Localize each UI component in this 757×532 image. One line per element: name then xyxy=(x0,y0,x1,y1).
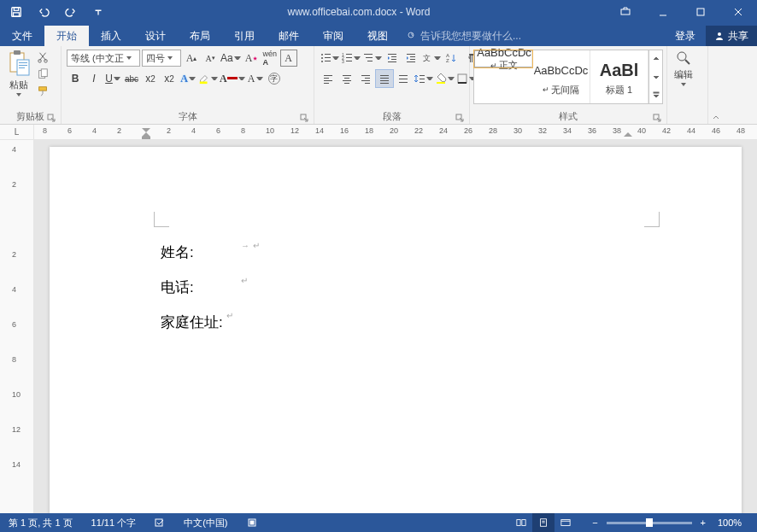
zoom-out-button[interactable]: − xyxy=(589,513,601,532)
bold-button[interactable]: B xyxy=(67,70,84,87)
doc-line[interactable]: 姓名:→↵ xyxy=(161,236,260,271)
paste-button[interactable]: 粘贴 xyxy=(3,48,34,98)
decrease-indent-button[interactable] xyxy=(384,50,401,67)
strike-button[interactable]: abc xyxy=(123,70,140,87)
italic-button[interactable]: I xyxy=(85,70,103,87)
clear-format-button[interactable]: A⭑ xyxy=(243,50,260,67)
undo-button[interactable] xyxy=(31,0,56,24)
close-button[interactable] xyxy=(719,0,757,24)
bullets-button[interactable] xyxy=(320,50,339,67)
minimize-button[interactable] xyxy=(644,0,682,24)
tab-mailings[interactable]: 邮件 xyxy=(267,26,311,46)
cut-button[interactable] xyxy=(34,50,51,65)
tab-layout[interactable]: 布局 xyxy=(178,26,222,46)
phonetic-guide-button[interactable]: wénA xyxy=(261,50,279,67)
tab-file[interactable]: 文件 xyxy=(0,26,44,46)
clipboard-launcher[interactable] xyxy=(45,112,57,124)
quick-access-toolbar xyxy=(0,0,111,24)
align-right-button[interactable] xyxy=(357,70,374,87)
styles-scroll-up[interactable] xyxy=(649,50,662,68)
macro-status[interactable] xyxy=(244,513,261,532)
zoom-level[interactable]: 100% xyxy=(714,513,752,532)
svg-rect-58 xyxy=(361,75,370,76)
svg-text:文: 文 xyxy=(423,54,431,62)
zoom-in-button[interactable]: + xyxy=(697,513,709,532)
share-button[interactable]: 共享 xyxy=(706,26,757,46)
svg-rect-56 xyxy=(343,80,351,81)
tab-view[interactable]: 视图 xyxy=(355,26,400,46)
font-size-select[interactable]: 四号 xyxy=(142,50,181,67)
text-effects-button[interactable]: A xyxy=(179,70,197,87)
subscript-button[interactable]: x2 xyxy=(142,70,159,87)
font-launcher[interactable] xyxy=(298,112,310,124)
ruler-vertical[interactable]: 422468101214 xyxy=(0,140,34,513)
doc-label: 姓名: xyxy=(161,236,238,271)
align-center-button[interactable] xyxy=(338,70,355,87)
shrink-font-button[interactable]: A▾ xyxy=(202,50,219,67)
tab-selector[interactable]: L xyxy=(0,125,34,139)
multilevel-button[interactable] xyxy=(362,50,382,67)
change-case-button[interactable]: Aa xyxy=(220,50,241,67)
char-border-button[interactable]: A xyxy=(280,50,297,67)
word-count-status[interactable]: 11/11 个字 xyxy=(88,513,140,532)
align-left-button[interactable] xyxy=(320,70,337,87)
tell-me-search[interactable]: 告诉我您想要做什么... xyxy=(400,26,521,46)
ruler-horizontal: L 86422468101214161820222426283032343638… xyxy=(0,125,757,140)
styles-more[interactable] xyxy=(649,85,662,103)
tab-insert[interactable]: 插入 xyxy=(89,26,133,46)
style-name: 无间隔 xyxy=(551,84,579,96)
spellcheck-status[interactable] xyxy=(151,513,168,532)
style-normal[interactable]: AaBbCcDc ↵正文 xyxy=(474,50,532,67)
ribbon-options-button[interactable] xyxy=(607,0,644,24)
group-paragraph: 123 文 AZ 段落 xyxy=(314,46,470,124)
font-color-button[interactable]: A xyxy=(220,70,245,87)
char-shading-button[interactable]: A xyxy=(247,70,264,87)
enclose-char-button[interactable]: 字 xyxy=(266,70,283,87)
view-read-button[interactable] xyxy=(510,513,532,532)
underline-button[interactable]: U xyxy=(104,70,121,87)
numbering-button[interactable]: 123 xyxy=(341,50,361,67)
tab-review[interactable]: 审阅 xyxy=(311,26,355,46)
style-nospacing[interactable]: AaBbCcDc ↵无间隔 xyxy=(532,50,590,103)
language-status[interactable]: 中文(中国) xyxy=(180,513,231,532)
sort-button[interactable]: AZ xyxy=(443,50,460,67)
doc-line[interactable]: 家庭住址:↵ xyxy=(161,306,260,341)
distribute-button[interactable] xyxy=(395,70,412,87)
save-button[interactable] xyxy=(3,0,29,24)
doc-line[interactable]: 电话:↵ xyxy=(161,271,260,306)
editing-button[interactable]: 编辑 xyxy=(671,48,696,88)
superscript-button[interactable]: x2 xyxy=(161,70,178,87)
styles-launcher[interactable] xyxy=(651,112,663,124)
page-number-status[interactable]: 第 1 页, 共 1 页 xyxy=(5,513,76,532)
format-painter-button[interactable] xyxy=(34,84,51,99)
maximize-button[interactable] xyxy=(682,0,719,24)
zoom-thumb[interactable] xyxy=(646,518,653,527)
style-heading1[interactable]: AaBl 标题 1 xyxy=(590,50,648,103)
tab-references[interactable]: 引用 xyxy=(222,26,267,46)
document-body[interactable]: 姓名:→↵ 电话:↵ 家庭住址:↵ xyxy=(161,236,260,340)
font-size-value: 四号 xyxy=(146,52,165,65)
hruler-scale[interactable]: 8642246810121416182022242628303234363840… xyxy=(34,125,757,139)
copy-button[interactable] xyxy=(34,67,51,82)
paragraph-launcher[interactable] xyxy=(454,112,466,124)
text-direction-button[interactable]: 文 xyxy=(421,50,441,67)
increase-indent-button[interactable] xyxy=(402,50,420,67)
tab-home[interactable]: 开始 xyxy=(44,26,89,46)
document-scroll[interactable]: 姓名:→↵ 电话:↵ 家庭住址:↵ xyxy=(34,140,757,513)
grow-font-button[interactable]: A▴ xyxy=(183,50,200,67)
login-button[interactable]: 登录 xyxy=(665,26,706,46)
styles-scroll-down[interactable] xyxy=(649,68,662,86)
view-web-button[interactable] xyxy=(555,513,577,532)
qat-customize[interactable] xyxy=(85,0,111,24)
align-justify-button[interactable] xyxy=(376,70,393,87)
view-print-button[interactable] xyxy=(532,513,555,532)
collapse-ribbon-button[interactable] xyxy=(708,46,724,124)
line-spacing-button[interactable] xyxy=(414,70,433,87)
zoom-slider[interactable] xyxy=(607,522,692,524)
font-name-select[interactable]: 等线 (中文正 xyxy=(67,50,140,67)
highlight-button[interactable] xyxy=(198,70,218,87)
shading-button[interactable] xyxy=(435,70,455,87)
document-page[interactable]: 姓名:→↵ 电话:↵ 家庭住址:↵ xyxy=(50,147,742,513)
redo-button[interactable] xyxy=(58,0,84,24)
tab-design[interactable]: 设计 xyxy=(133,26,178,46)
